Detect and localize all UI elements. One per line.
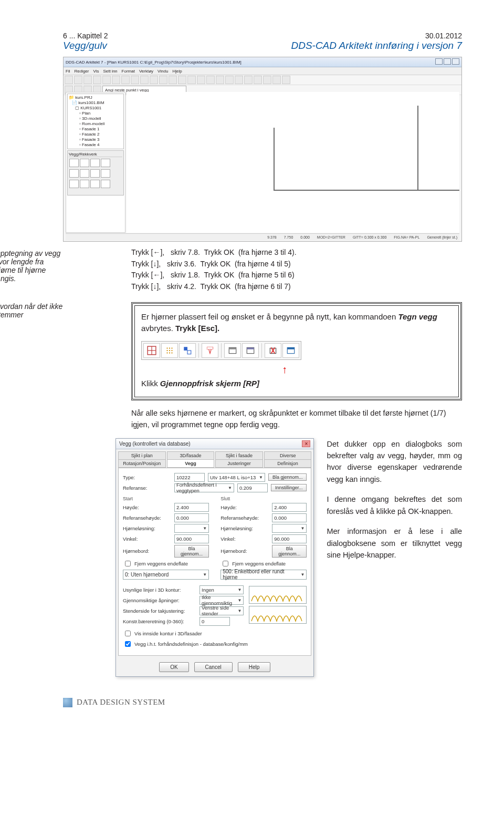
field-label: Type: — [123, 475, 171, 480]
tab-active[interactable]: Vegg — [167, 459, 215, 468]
vegg-palette[interactable]: Vegg/Rekkverk — [67, 150, 124, 195]
tab[interactable]: 3D/fasade — [167, 451, 215, 459]
corner-select[interactable]: ▼ — [174, 524, 209, 533]
svg-point-8 — [171, 350, 172, 351]
cornerboard-button[interactable]: Bla gjennom... — [174, 545, 209, 558]
refheight-input[interactable]: 0.000 — [272, 513, 307, 522]
project-tree[interactable]: 📁 kurs.PRJ 📄 kurs1001.BIM ▢ KURS1001 ▫ P… — [67, 94, 124, 149]
close-icon[interactable]: × — [302, 440, 310, 447]
window-titlebar: DDS-CAD Arkitekt 7 - [Plan KURS1001 C:\E… — [64, 57, 461, 67]
invisible-lines-select[interactable]: Ingen▼ — [200, 585, 244, 594]
menu-item[interactable]: Format — [122, 69, 135, 74]
angle-input[interactable]: 90.000 — [272, 534, 307, 543]
section-title: Vegg/gulv — [63, 40, 108, 51]
transparent-select[interactable]: Ikke gjennomsiktig▼ — [200, 596, 244, 605]
tree-node[interactable]: ▫ Fasade 1 — [69, 127, 122, 132]
margin-caption-2: Hvordan når det ikke stemmer — [0, 302, 63, 319]
tab[interactable]: Sjikt i fasade — [215, 451, 263, 459]
tree-node[interactable]: ▫ Rom-modell — [69, 121, 122, 127]
svg-rect-21 — [287, 348, 295, 349]
dialog-buttons: OK Cancel Help — [116, 658, 313, 676]
menu-item[interactable]: Verktøy — [139, 69, 153, 74]
palette-icon[interactable] — [80, 169, 89, 178]
cancel-button[interactable]: Cancel — [194, 662, 233, 672]
stud-side-select[interactable]: Venstre side stender▼ — [200, 606, 244, 615]
type-code-input[interactable]: 10222 — [174, 473, 205, 482]
palette-icon[interactable] — [69, 169, 79, 178]
tab[interactable]: Rotasjon/Posisjon — [118, 459, 166, 468]
field-label: Hjørnebord: — [220, 548, 269, 554]
tab[interactable]: Justeringer — [215, 459, 263, 468]
status-item: 9.378 — [267, 235, 277, 239]
canvas[interactable] — [127, 92, 459, 233]
layer-icon[interactable] — [202, 343, 218, 358]
remove-endface-check[interactable] — [125, 561, 131, 566]
palette-icon[interactable] — [69, 159, 79, 167]
dots-icon[interactable] — [161, 343, 178, 358]
field-label: Referansehøyde: — [123, 515, 171, 521]
tab[interactable]: Sjikt i plan — [118, 451, 166, 459]
menu-item[interactable]: Hjelp — [172, 69, 182, 74]
palette-icon[interactable] — [80, 159, 89, 167]
type-desc-select[interactable]: Utv 148+48 L iso+13▼ — [208, 473, 265, 482]
tree-node[interactable]: ▫ Plan — [69, 111, 122, 116]
corner-select[interactable]: ▼ — [272, 524, 307, 533]
ref-select[interactable]: Forhåndsdefinert i veggtypen▼ — [174, 483, 234, 492]
height-input[interactable]: 2.400 — [174, 503, 209, 512]
angle-input[interactable]: 90.000 — [174, 534, 209, 543]
window2-icon[interactable] — [242, 343, 259, 358]
select-icon[interactable] — [179, 343, 196, 358]
tree-node[interactable]: 📁 kurs.PRJ — [69, 95, 122, 100]
check-label: Fjern veggens endeflate — [134, 561, 188, 566]
tab-row-1[interactable]: Sjikt i plan 3D/fasade Sjikt i fasade Di… — [116, 449, 313, 459]
tree-node[interactable]: ▫ Fasade 4 — [69, 142, 122, 148]
refresh-icon[interactable] — [282, 343, 299, 358]
window-controls[interactable] — [434, 58, 459, 66]
vegg-dialog: Vegg (kontrollert via database) × Sjikt … — [116, 438, 314, 677]
cornerboard-button[interactable]: Bla gjennom... — [272, 545, 307, 558]
tree-node[interactable]: ▫ Fasade 2 — [69, 132, 122, 137]
tree-node[interactable]: 📄 kurs1001.BIM — [69, 100, 122, 106]
menu-item[interactable]: Vindu — [158, 69, 168, 74]
menu-item[interactable]: Vis — [93, 69, 99, 74]
palette-icon[interactable] — [90, 159, 100, 167]
tab[interactable]: Definisjon — [264, 459, 312, 468]
show-inside-check[interactable] — [125, 631, 131, 636]
ref-num-input[interactable]: 0.209 — [237, 483, 268, 492]
palette-icon[interactable] — [101, 159, 110, 167]
predef-check[interactable] — [125, 641, 131, 647]
svg-point-3 — [166, 348, 167, 349]
palette-icon[interactable] — [90, 180, 100, 188]
height-input[interactable]: 2.400 — [272, 503, 307, 512]
palette-icon[interactable] — [101, 169, 110, 178]
palette-icon[interactable] — [80, 180, 89, 188]
menu-item[interactable]: Sett inn — [103, 69, 117, 74]
side-panel: 📁 kurs.PRJ 📄 kurs1001.BIM ▢ KURS1001 ▫ P… — [66, 92, 125, 233]
palette-icon[interactable] — [90, 169, 100, 178]
tree-node[interactable]: ▢ KURS1001 — [69, 106, 122, 111]
refheight-input[interactable]: 0.000 — [174, 513, 209, 522]
corner-type-select[interactable]: 0: Uten hjørnebord▼ — [123, 570, 209, 580]
tab[interactable]: Diverse — [264, 451, 312, 459]
bearing-input[interactable]: 0 — [200, 617, 230, 626]
ok-button[interactable]: OK — [159, 662, 188, 672]
menu-item[interactable]: Fil — [66, 69, 70, 74]
window-icon[interactable] — [224, 343, 241, 358]
remove-endface-check[interactable] — [223, 561, 228, 566]
menu-bar[interactable]: Fil Rediger Vis Sett inn Format Verktøy … — [64, 67, 461, 75]
svg-point-4 — [169, 348, 170, 349]
settings-button[interactable]: Innstillinger... — [271, 484, 307, 491]
menu-item[interactable]: Rediger — [74, 69, 89, 74]
delete-icon[interactable] — [265, 343, 281, 358]
help-button[interactable]: Help — [238, 662, 271, 672]
browse-button[interactable]: Bla gjennom... — [268, 473, 307, 481]
palette-icon[interactable] — [69, 180, 79, 188]
tab-row-2[interactable]: Rotasjon/Posisjon Vegg Justeringer Defin… — [116, 459, 313, 468]
grid-icon[interactable] — [143, 343, 160, 358]
toolbar-1[interactable] — [64, 75, 461, 85]
corner-type-select[interactable]: 500: Enkeltbord eller rundt hjørne▼ — [220, 570, 307, 580]
palette-icon[interactable] — [101, 180, 110, 188]
tree-node[interactable]: ▫ 3D-modell — [69, 116, 122, 121]
tree-node[interactable]: ▫ Fasade 3 — [69, 137, 122, 142]
app-screenshot: DDS-CAD Arkitekt 7 - [Plan KURS1001 C:\E… — [63, 57, 462, 242]
